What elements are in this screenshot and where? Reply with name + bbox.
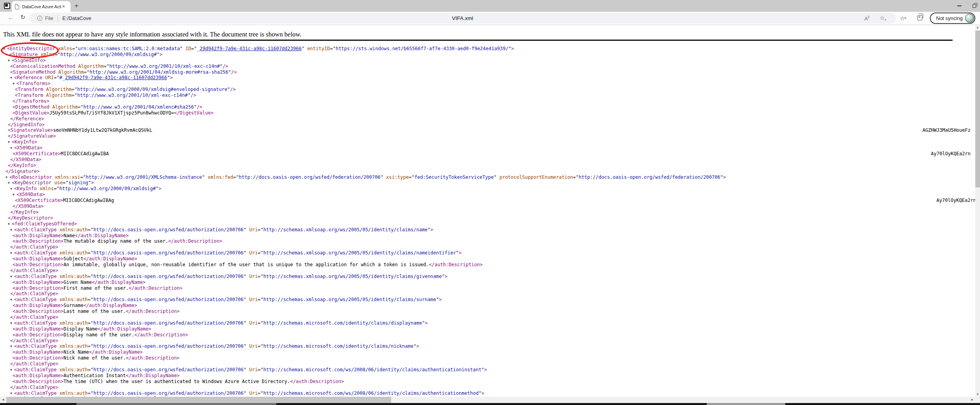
xml-text-content: Subject <box>64 256 83 262</box>
xml-attr-value: http://docs.oasis-open.org/wsfed/authori… <box>93 250 243 256</box>
minimize-button[interactable] <box>957 5 962 6</box>
collapse-arrow-icon[interactable]: ▼ <box>10 321 14 327</box>
xml-tag: <auth:DisplayName> <box>13 303 64 308</box>
xml-attr-name: Algorithm <box>49 104 78 110</box>
collapse-arrow-icon[interactable]: ▼ <box>10 391 14 397</box>
new-tab-button[interactable]: + <box>74 2 78 10</box>
xml-line: </auth:ClaimType> <box>0 338 980 344</box>
xml-text-content: Surname <box>64 303 83 308</box>
red-circle-annotation <box>1 42 59 58</box>
xml-line: ▼<X509Data> <box>0 192 980 198</box>
xml-tag: > <box>91 180 94 185</box>
xml-line: <auth:DisplayName>Surname</auth:DisplayN… <box>0 303 980 309</box>
xml-line: ▼<auth:ClaimType xmlns:auth="http://docs… <box>0 297 980 303</box>
xml-tag: > <box>723 174 726 180</box>
xml-tag: </auth:DisplayName> <box>126 373 180 378</box>
document-favicon-icon <box>15 4 19 9</box>
xml-tag: > <box>170 75 172 80</box>
collapse-arrow-icon[interactable]: ▼ <box>8 58 12 64</box>
xml-punct: " <box>422 320 425 326</box>
xml-attr-name: xmlns:xsi <box>52 174 80 180</box>
xml-line: </Transforms> <box>0 98 980 104</box>
xml-line: <SignatureValue>smoVmNHNbY1dy1Ltw2Q7kGRg… <box>0 127 980 133</box>
xml-tag: </auth:Description> <box>126 355 180 361</box>
xml-line: <auth:Description>Last name of the user.… <box>0 309 980 314</box>
xml-punct: =" <box>103 64 109 69</box>
xml-tag: </X509Data> <box>13 203 44 209</box>
scroll-left-icon[interactable]: ◄ <box>0 397 6 403</box>
xml-tag: <SignatureValue> <box>8 127 53 133</box>
restore-button[interactable] <box>973 4 976 8</box>
collapse-arrow-icon[interactable]: ▼ <box>5 175 9 181</box>
horizontal-scrollbar-thumb[interactable] <box>6 397 391 403</box>
xml-line: ▼<KeyInfo> <box>0 139 980 145</box>
xml-attr-name: xmlns:auth <box>56 367 87 372</box>
back-button-icon[interactable]: ← <box>8 14 15 22</box>
vertical-scrollbar[interactable]: ▲ ▼ <box>975 25 980 397</box>
collapse-arrow-icon[interactable]: ▼ <box>10 344 14 350</box>
xml-attr-value: http://docs.oasis-open.org/wsfed/authori… <box>93 343 243 349</box>
collapse-arrow-icon[interactable]: ▼ <box>13 81 16 87</box>
xml-punct: =" <box>54 75 59 80</box>
xml-line: <auth:Description>First name of the user… <box>0 285 980 291</box>
xml-tag: <KeyDescriptor <box>12 180 51 185</box>
xml-attr-value: http://schemas.xmlsoap.org/ws/2005/05/id… <box>263 250 456 256</box>
add-favorite-icon[interactable]: ☆+ <box>880 15 885 22</box>
scroll-right-icon[interactable]: ► <box>969 397 975 403</box>
scroll-down-icon[interactable]: ▼ <box>975 392 980 397</box>
collapse-arrow-icon[interactable]: ▼ <box>10 145 14 151</box>
collapse-arrow-icon[interactable]: ▼ <box>10 227 14 233</box>
collections-icon[interactable]: + <box>917 15 922 20</box>
xml-tag: <auth:DisplayName> <box>13 233 64 238</box>
xml-tag: <auth:Description> <box>13 238 64 244</box>
xml-line: <Transform Algorithm="http://www.w3.org/… <box>0 93 980 98</box>
profile-button[interactable]: Not syncing <box>930 13 975 24</box>
collapse-arrow-icon[interactable]: ▼ <box>8 140 12 145</box>
xml-attr-value: http://schemas.xmlsoap.org/ws/2005/05/id… <box>263 227 428 232</box>
vertical-scrollbar-thumb[interactable] <box>975 31 980 187</box>
tab-bar: DataCove Azure Active Directory ✕ + <box>0 0 980 12</box>
collapse-arrow-icon[interactable]: ▼ <box>8 222 12 227</box>
xml-punct: " <box>157 52 160 57</box>
window-controls <box>957 0 976 12</box>
xml-tag: > <box>511 46 514 51</box>
collapse-arrow-icon[interactable]: ▼ <box>10 367 14 373</box>
tab-actions-menu-icon[interactable] <box>4 3 10 9</box>
xml-punct: " <box>436 297 439 302</box>
collapse-arrow-icon[interactable]: ▼ <box>10 186 14 192</box>
xml-tag: <DigestMethod <box>13 104 49 110</box>
xml-tree: ▼<EntityDescriptor xmlns="urn:oasis:name… <box>0 46 980 397</box>
xml-line: <auth:DisplayName>Authentication Instant… <box>0 373 980 379</box>
tab-close-icon[interactable]: ✕ <box>62 4 65 9</box>
xml-tag: </auth:ClaimType> <box>10 291 58 296</box>
collapse-arrow-icon[interactable]: ▼ <box>10 75 14 81</box>
collapse-arrow-icon[interactable]: ▼ <box>13 192 16 198</box>
xml-tag: </auth:DisplayName> <box>89 349 143 355</box>
xml-tag: > <box>445 274 447 279</box>
browser-tab[interactable]: DataCove Azure Active Directory ✕ <box>12 1 71 12</box>
address-bar[interactable]: i File E:/DataCove VIFA.xml A)) ☆+ <box>29 13 896 24</box>
horizontal-scrollbar[interactable]: ◄ ► <box>0 397 975 403</box>
xml-punct: =" <box>88 343 93 349</box>
collapse-arrow-icon[interactable]: ▼ <box>10 274 14 280</box>
xml-line: ▼<auth:ClaimType xmlns:auth="http://docs… <box>0 227 980 233</box>
collapse-arrow-icon[interactable]: ▼ <box>8 180 12 186</box>
xml-line: </SignedInfo> <box>0 122 980 128</box>
collapse-arrow-icon[interactable]: ▼ <box>10 251 14 256</box>
refresh-button-icon[interactable]: ↻ <box>20 14 25 21</box>
collapse-arrow-icon[interactable]: ▼ <box>10 297 14 303</box>
xml-attr-value: http://docs.oasis-open.org/wsfed/federat… <box>579 174 720 180</box>
xml-attr-value: http://schemas.microsoft.com/identity/cl… <box>263 320 422 326</box>
xml-attr-value: http://schemas.microsoft.com/identity/cl… <box>263 343 414 349</box>
xml-tag: </X509Data> <box>10 157 41 162</box>
xml-tag: <KeyInfo> <box>12 139 37 145</box>
xml-tag: <auth:ClaimType <box>14 274 56 279</box>
xml-line: ▼<auth:ClaimType xmlns:auth="http://docs… <box>0 390 980 396</box>
xml-tag: <Transforms> <box>16 81 51 86</box>
xml-attr-value: http://schemas.xmlsoap.org/ws/2005/05/id… <box>263 297 436 302</box>
read-aloud-icon[interactable]: A)) <box>864 15 869 22</box>
xml-text-content: Display name of the user. <box>64 332 134 338</box>
xml-punct: " <box>414 343 416 349</box>
favorites-icon[interactable]: ☆≡ <box>900 15 905 22</box>
scroll-up-icon[interactable]: ▲ <box>975 25 980 30</box>
